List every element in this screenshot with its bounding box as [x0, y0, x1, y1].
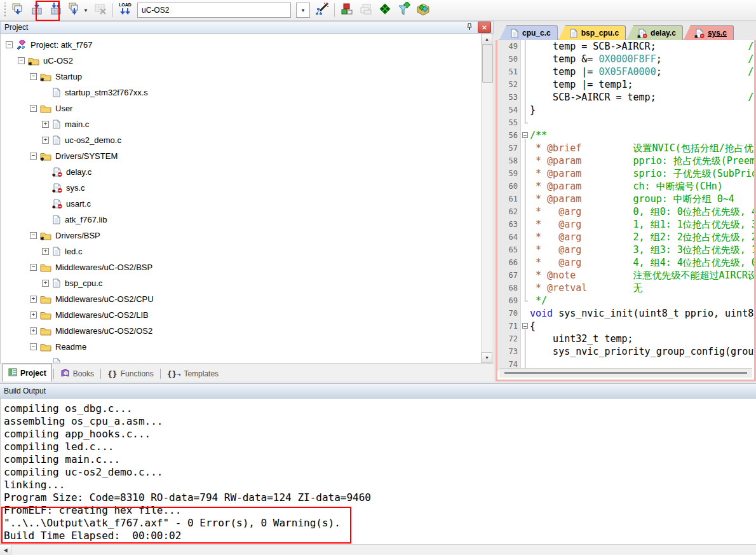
tree-item-main.c[interactable]: +main.c [1, 116, 481, 132]
tree-item-usart.c[interactable]: −✱usart.c [1, 196, 481, 212]
translate-icon [11, 2, 25, 18]
scrollbar-thumb[interactable] [504, 372, 747, 374]
scroll-up-arrow-icon[interactable]: ▲ [482, 34, 492, 45]
code-line: 51 temp |= 0X05FA0000; /* [497, 65, 754, 78]
select-software-packs-button[interactable] [395, 1, 414, 19]
build-output-horizontal-scrollbar[interactable]: ◀ [0, 544, 756, 555]
workspace-tab-label: Project [20, 369, 46, 378]
target-select-dropdown-button[interactable]: ▾ [296, 3, 310, 18]
tree-item-delay.c[interactable]: −✱delay.c [1, 164, 481, 180]
manage-project-items-button[interactable] [337, 1, 356, 19]
tree-item-Readme[interactable]: −Readme [1, 339, 481, 355]
line-number: 68 [497, 282, 521, 294]
tree-expander[interactable]: − [6, 41, 13, 48]
tree-item-Startup[interactable]: −✱Startup [1, 69, 481, 85]
build-button[interactable] [27, 1, 46, 19]
scroll-down-arrow-icon[interactable]: ▼ [482, 352, 492, 363]
tree-item-sys.c[interactable]: −✱sys.c [1, 180, 481, 196]
load-icon [119, 7, 131, 18]
workspace-tab-books[interactable]: ?Books [55, 366, 99, 381]
tree-item-Drivers/SYSTEM[interactable]: −✱Drivers/SYSTEM [1, 148, 481, 164]
pin-button[interactable] [464, 22, 475, 32]
tree-item-bsp_cpu.c[interactable]: +bsp_cpu.c [1, 275, 481, 291]
rebuild-button[interactable] [46, 1, 65, 19]
fold-margin [521, 65, 530, 78]
workspace-tab-functions[interactable]: {}Functions [102, 366, 159, 381]
tree-expander[interactable]: + [30, 327, 37, 334]
multi-window-button[interactable] [356, 1, 375, 19]
doc-mod-icon: ✱ [52, 199, 62, 209]
tree-item-startup_stm32f767xx.s[interactable]: −startup_stm32f767xx.s [1, 85, 481, 100]
options-for-target-button[interactable] [313, 1, 332, 19]
tree-item-Middlewares/uC-OS2/LIB[interactable]: +Middlewares/uC-OS2/LIB [1, 307, 481, 323]
toolbar-gripper[interactable] [3, 3, 6, 18]
editor-tab-cpu_c.c[interactable]: cpu_c.c [499, 25, 558, 40]
build-output-content[interactable]: compiling os_dbg.c...assembling os_cpu_a… [0, 399, 756, 544]
tree-item-Middlewares/uC-OS2/CPU[interactable]: +Middlewares/uC-OS2/CPU [1, 291, 481, 307]
tree-expander[interactable]: + [42, 137, 49, 144]
editor-horizontal-scrollbar[interactable] [499, 368, 752, 378]
tree-item-atk_f767.lib[interactable]: −atk_f767.lib [1, 212, 481, 228]
tree-expander[interactable]: + [42, 121, 49, 128]
translate-button[interactable] [8, 1, 27, 19]
tree-expander[interactable]: − [30, 153, 37, 160]
pack-installer-button[interactable] [414, 1, 433, 19]
tab-separator [100, 369, 101, 379]
build-output-title: Build Output [4, 387, 46, 395]
folder-icon [40, 327, 51, 336]
tree-item-uc-os2_demo.c[interactable]: +uc-os2_demo.c [1, 132, 481, 148]
scrollbar-thumb[interactable] [482, 45, 493, 83]
code-fold-toggle[interactable] [521, 320, 530, 332]
tree-expander[interactable]: − [30, 73, 37, 80]
tree-expander[interactable]: + [42, 248, 49, 255]
code-fold-toggle[interactable] [521, 129, 530, 142]
code-line: 49 temp = SCB->AIRCR; /* [497, 40, 754, 53]
fold-margin [521, 256, 530, 269]
tree-expander[interactable]: + [30, 312, 37, 319]
stop-build-button[interactable] [91, 1, 110, 19]
tree-expander[interactable]: + [30, 296, 37, 303]
tree-item-led.c[interactable]: +led.c [1, 243, 481, 259]
doc-mod-icon: ✱ [637, 29, 647, 38]
tree-item-Project: atk_f767[interactable]: −Project: atk_f767 [1, 37, 481, 53]
code-editor[interactable]: 49 temp = SCB->AIRCR; /*50 temp &= 0X000… [496, 40, 756, 381]
build-output-line: "..\..\Output\atk_f767.axf" - 0 Error(s)… [1, 517, 756, 530]
manage-rte-button[interactable] [375, 1, 395, 19]
target-select[interactable]: uC-OS2 [137, 3, 291, 18]
tree-expander[interactable]: − [30, 343, 37, 350]
editor-tab-label: delay.c [651, 29, 676, 38]
scroll-left-arrow-icon[interactable]: ◀ [0, 545, 11, 555]
tree-expander[interactable]: − [30, 105, 37, 112]
tree-item-Middlewares/uC-OS2/OS2[interactable]: +Middlewares/uC-OS2/OS2 [1, 323, 481, 339]
stacked-windows-icon [359, 2, 373, 18]
folder-badge-icon: ✱ [28, 57, 39, 65]
tree-expander[interactable]: − [30, 264, 37, 271]
load-button[interactable]: LOAD [116, 1, 135, 19]
editor-tab-delay.c[interactable]: ✱delay.c [626, 25, 683, 40]
tab-separator [53, 369, 54, 379]
tree-expander[interactable]: + [42, 280, 49, 287]
tree-item-Drivers/BSP[interactable]: −✱Drivers/BSP [1, 228, 481, 243]
tree-item-uC-OS2[interactable]: −✱uC-OS2 [1, 53, 481, 69]
build-output-line: linking... [1, 479, 756, 491]
funnel-icon [397, 2, 411, 18]
tree-expander[interactable]: − [30, 232, 37, 239]
tree-item-Middlewares/uC-OS2/BSP[interactable]: −Middlewares/uC-OS2/BSP [1, 259, 481, 275]
code-text [530, 116, 754, 129]
project-tree-scrollbar[interactable]: ▲ ▼ [481, 34, 492, 363]
close-panel-button[interactable]: ✕ [478, 22, 491, 33]
code-line: 57 * @brief 设置NVIC(包括分组/抢占优先级/子优先级) [497, 142, 754, 154]
workspace-tab-templates[interactable]: {}➜Templates [162, 366, 224, 381]
code-line: 60 * @param ch: 中断编号(CHn) [497, 180, 754, 193]
main-toolbar: ▼ LOAD uC-OS2 ▾ [0, 0, 756, 21]
tree-expander[interactable]: − [18, 57, 25, 64]
workspace-tab-project[interactable]: Project [3, 364, 52, 381]
batch-build-button[interactable]: ▼ [65, 1, 91, 19]
code-text: */ [530, 294, 754, 307]
editor-tab-bsp_cpu.c[interactable]: bsp_cpu.c [558, 25, 626, 40]
tree-item-partial[interactable]: − [1, 355, 481, 363]
editor-tab-sys.c[interactable]: ✱sys.c [684, 25, 734, 40]
tree-item-User[interactable]: −User [1, 100, 481, 116]
project-panel-header: Project ✕ [0, 21, 494, 34]
tree-item-label: led.c [65, 247, 82, 256]
